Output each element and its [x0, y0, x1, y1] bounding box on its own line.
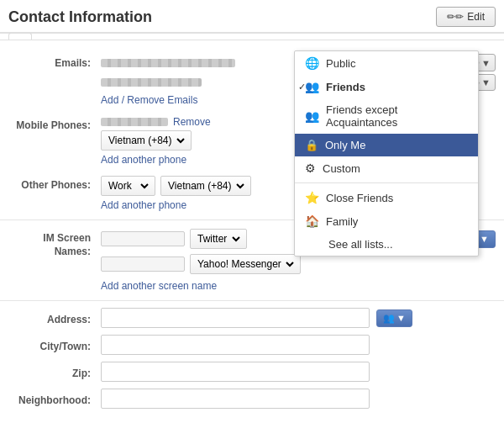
mobile-country-select[interactable]: Vietnam (+84) — [105, 131, 187, 150]
im-label-line1: IM Screen — [43, 232, 91, 244]
edit-button[interactable]: ✏ Edit — [436, 7, 496, 27]
add-screen-name-link[interactable]: Add another screen name — [101, 280, 217, 292]
lock-icon: 🔒 — [305, 139, 318, 151]
address-input[interactable] — [101, 308, 370, 328]
dropdown-item-only-me[interactable]: 🔒 Only Me — [295, 134, 478, 156]
pencil-icon: ✏ — [447, 11, 464, 23]
dropdown-item-custom[interactable]: Custom — [295, 156, 478, 180]
city-town-row: City/Town: — [0, 331, 504, 358]
only-me-label: Only Me — [325, 139, 365, 151]
gear-icon — [305, 161, 316, 175]
divider-2 — [0, 300, 504, 301]
page-container: Contact Information ✏ Edit Emails: 👥 ▼ — [0, 0, 504, 423]
zip-input[interactable] — [101, 362, 370, 382]
city-town-input[interactable] — [101, 335, 370, 355]
im-service2-select[interactable]: Yahoo! Messenger — [194, 255, 297, 273]
public-label: Public — [326, 57, 355, 70]
remove-mobile-link[interactable]: Remove — [173, 116, 211, 128]
family-icon — [305, 214, 319, 228]
see-all-label: See all lists... — [328, 238, 393, 251]
neighborhood-row: Neighborhood: — [0, 385, 504, 412]
add-other-phone-link[interactable]: Add another phone — [101, 199, 186, 211]
addr-friends-icon: 👥 — [383, 313, 395, 324]
neighborhood-label: Neighborhood: — [8, 391, 101, 406]
globe-icon — [305, 56, 319, 70]
dropdown-item-friends[interactable]: Friends — [295, 75, 478, 98]
phone-type-select[interactable]: Work Home Other — [105, 177, 151, 195]
mobile-phones-label: Mobile Phones: — [8, 116, 101, 131]
tab-indicator — [8, 33, 32, 40]
im-chevron-icon: ▼ — [480, 234, 489, 244]
family-label: Family — [326, 215, 358, 228]
dropdown-item-public[interactable]: Public — [295, 51, 478, 75]
zip-label: Zip: — [8, 364, 101, 379]
add-mobile-phone-link[interactable]: Add another phone — [101, 154, 186, 166]
mobile-country-select-wrap[interactable]: Vietnam (+84) — [101, 130, 192, 151]
other-country-select-wrap[interactable]: Vietnam (+84) — [160, 176, 251, 196]
dropdown-separator — [295, 182, 478, 183]
email-redacted-2 — [101, 78, 202, 87]
zip-row: Zip: — [0, 358, 504, 385]
custom-label: Custom — [323, 162, 360, 175]
dropdown-item-see-all[interactable]: See all lists... — [295, 233, 478, 256]
dropdown-item-close-friends[interactable]: Close Friends — [295, 186, 478, 209]
email-redacted-1 — [101, 59, 235, 67]
page-header: Contact Information ✏ Edit — [0, 0, 504, 34]
friends-icon-dd — [305, 80, 319, 93]
edit-label: Edit — [467, 11, 485, 23]
addr-chevron-icon: ▼ — [396, 313, 406, 323]
close-friends-label: Close Friends — [326, 192, 393, 204]
im-redacted-1 — [101, 231, 185, 246]
add-remove-emails-link[interactable]: Add / Remove Emails — [101, 94, 197, 106]
im-service2-select-wrap[interactable]: Yahoo! Messenger — [190, 254, 301, 274]
dropdown-item-family[interactable]: Family — [295, 209, 478, 233]
im-redacted-2 — [101, 256, 185, 272]
other-country-select[interactable]: Vietnam (+84) — [165, 177, 247, 195]
emails-label: Emails: — [8, 54, 101, 69]
other-phones-label: Other Phones: — [8, 176, 101, 191]
friends-label: Friends — [326, 81, 365, 93]
privacy-dropdown-menu: Public Friends Friends except Acquaintan… — [294, 50, 479, 256]
star-icon — [305, 191, 319, 204]
friends-except-label: Friends except Acquaintances — [326, 103, 468, 129]
im-service1-select[interactable]: Twitter — [194, 230, 243, 248]
page-title: Contact Information — [8, 8, 152, 26]
chevron2-icon: ▼ — [481, 58, 491, 68]
im-label-line2: Names: — [55, 246, 91, 257]
im-row-2: Yahoo! Messenger — [101, 254, 496, 274]
city-town-label: City/Town: — [8, 337, 101, 352]
neighborhood-input[interactable] — [101, 389, 370, 409]
dropdown-item-friends-except[interactable]: Friends except Acquaintances — [295, 98, 478, 134]
im-screen-names-label: IM Screen Names: — [8, 229, 101, 258]
phone-type-select-wrap[interactable]: Work Home Other — [101, 176, 155, 196]
chevron3-icon: ▼ — [481, 77, 491, 87]
address-label: Address: — [8, 310, 101, 325]
address-row: Address: 👥 ▼ — [0, 304, 504, 331]
phone-redacted — [101, 118, 168, 126]
friends-exc-icon — [305, 109, 319, 123]
add-screen-name-wrap: Add another screen name — [101, 279, 496, 292]
address-privacy-button[interactable]: 👥 ▼ — [376, 309, 412, 327]
im-service1-select-wrap[interactable]: Twitter — [190, 229, 247, 249]
